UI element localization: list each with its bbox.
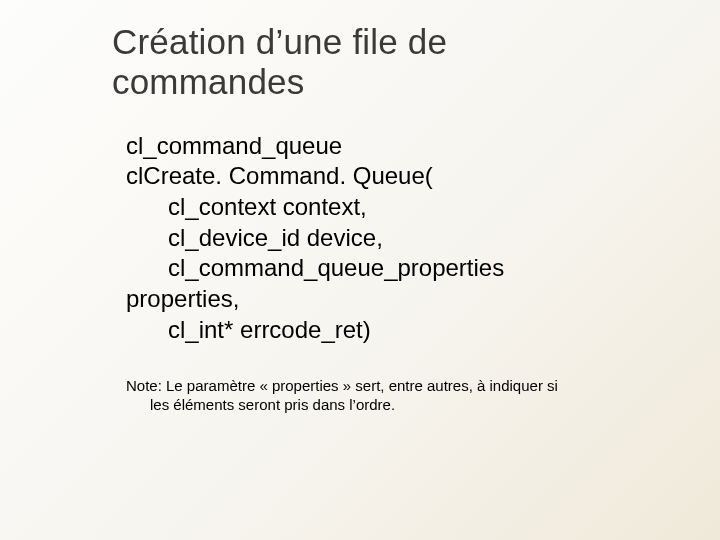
code-line-2: clCreate. Command. Queue( bbox=[126, 161, 660, 192]
slide-title: Création d’une file de commandes bbox=[112, 22, 660, 103]
code-line-7: cl_int* errcode_ret) bbox=[126, 315, 660, 346]
code-line-5: cl_command_queue_properties bbox=[126, 253, 660, 284]
note-line-2: les éléments seront pris dans l’ordre. bbox=[126, 395, 646, 415]
note-line-1: Note: Le paramètre « properties » sert, … bbox=[126, 376, 646, 396]
title-line-2: commandes bbox=[112, 62, 304, 101]
code-line-1: cl_command_queue bbox=[126, 131, 660, 162]
title-line-1: Création d’une file de bbox=[112, 22, 447, 61]
slide: Création d’une file de commandes cl_comm… bbox=[0, 0, 720, 540]
code-block: cl_command_queue clCreate. Command. Queu… bbox=[126, 131, 660, 346]
code-line-3: cl_context context, bbox=[126, 192, 660, 223]
code-line-4: cl_device_id device, bbox=[126, 223, 660, 254]
code-line-6: properties, bbox=[126, 284, 660, 315]
note-block: Note: Le paramètre « properties » sert, … bbox=[126, 376, 646, 415]
